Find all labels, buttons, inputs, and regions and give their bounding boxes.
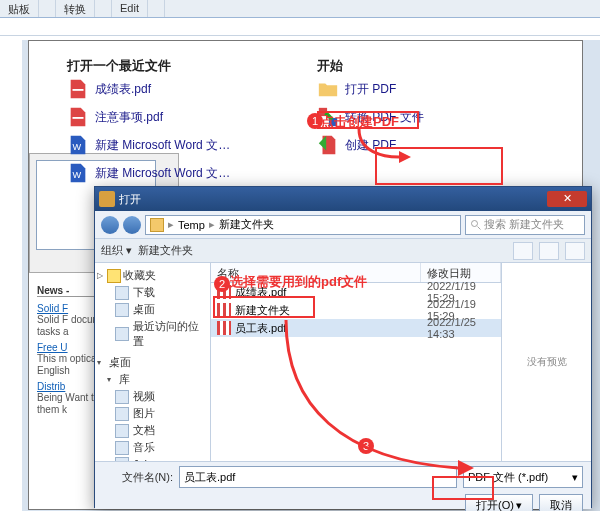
recent-file-item[interactable]: W新建 Microsoft Word 文… xyxy=(67,131,277,159)
annotation-arrow-3 xyxy=(282,316,482,484)
pdf-file-icon xyxy=(217,321,231,335)
folder-icon xyxy=(150,218,164,232)
tab-edit[interactable]: Edit xyxy=(112,0,148,17)
recent-file-item[interactable]: 成绩表.pdf xyxy=(67,75,277,103)
videos-icon xyxy=(115,390,129,404)
organize-button[interactable]: 组织 ▾ xyxy=(101,243,132,258)
sidebar-item-videos[interactable]: 视频 xyxy=(97,388,208,405)
tab-clipboard[interactable]: 贴板 xyxy=(0,0,39,17)
create-pdf-icon xyxy=(317,134,339,156)
pictures-icon xyxy=(115,407,129,421)
search-icon xyxy=(470,219,482,231)
file-name: 员工表.pdf xyxy=(235,321,286,336)
recent-icon xyxy=(115,327,129,341)
annotation-box-2 xyxy=(213,296,315,318)
dialog-title: 打开 xyxy=(119,192,543,207)
svg-point-2 xyxy=(472,220,478,226)
app-icon xyxy=(99,191,115,207)
word-icon: W xyxy=(67,162,89,184)
cancel-button[interactable]: 取消 xyxy=(539,494,583,511)
annotation-badge-1: 1 xyxy=(307,113,323,129)
filename-label: 文件名(N): xyxy=(103,470,173,485)
search-placeholder: 搜索 新建文件夹 xyxy=(484,217,564,232)
sidebar-item-documents[interactable]: 文档 xyxy=(97,422,208,439)
pdf-icon xyxy=(67,106,89,128)
music-icon xyxy=(115,441,129,455)
nav-sidebar: ▷收藏夹 下载 桌面 最近访问的位置 ▾桌面 ▾库 视频 图片 文档 音乐 Ju… xyxy=(95,263,211,461)
star-icon xyxy=(107,269,121,283)
recent-files-header: 打开一个最近文件 xyxy=(67,57,277,75)
nav-back-icon[interactable] xyxy=(101,216,119,234)
pdf-icon xyxy=(67,78,89,100)
recent-file-item[interactable]: W新建 Microsoft Word 文… xyxy=(67,159,277,187)
recent-file-item[interactable]: 注意事项.pdf xyxy=(67,103,277,131)
sidebar-item-pictures[interactable]: 图片 xyxy=(97,405,208,422)
cancel-button-label: 取消 xyxy=(550,498,572,512)
ribbon-body xyxy=(0,18,600,36)
open-pdf-item[interactable]: 打开 PDF xyxy=(317,75,497,103)
folder-icon xyxy=(115,457,129,461)
sidebar-item-music[interactable]: 音乐 xyxy=(97,439,208,456)
sidebar-item-desktop[interactable]: 桌面 xyxy=(97,301,208,318)
folder-open-icon xyxy=(317,78,339,100)
sidebar-group-desktop[interactable]: ▾桌面 xyxy=(97,354,208,371)
annotation-badge-2: 2 xyxy=(214,276,230,292)
svg-text:W: W xyxy=(73,142,82,152)
sidebar-item-downloads[interactable]: 下载 xyxy=(97,284,208,301)
chevron-down-icon: ▾ xyxy=(572,471,578,484)
recent-file-label: 成绩表.pdf xyxy=(95,81,151,98)
filename-value: 员工表.pdf xyxy=(184,470,235,485)
search-input[interactable]: 搜索 新建文件夹 xyxy=(465,215,585,235)
downloads-icon xyxy=(115,286,129,300)
ribbon-tabs: 贴板 转换 Edit xyxy=(0,0,600,18)
tab-convert[interactable]: 转换 xyxy=(56,0,95,17)
documents-icon xyxy=(115,424,129,438)
sidebar-group-favorites[interactable]: ▷收藏夹 xyxy=(97,267,208,284)
annotation-arrow-1 xyxy=(355,127,415,167)
address-bar[interactable]: ▸ Temp▸ 新建文件夹 xyxy=(145,215,461,235)
desktop-icon xyxy=(115,303,129,317)
word-icon: W xyxy=(67,134,89,156)
path-segment[interactable]: Temp xyxy=(178,219,205,231)
no-preview-label: 没有预览 xyxy=(527,355,567,369)
recent-file-label: 注意事项.pdf xyxy=(95,109,163,126)
begin-header: 开始 xyxy=(317,57,497,75)
chevron-down-icon: ▾ xyxy=(516,499,522,512)
view-mode-button[interactable] xyxy=(513,242,533,260)
preview-pane: 没有预览 xyxy=(501,263,591,461)
annotation-box-3 xyxy=(432,476,494,500)
close-icon[interactable]: ✕ xyxy=(547,191,587,207)
recent-file-label: 新建 Microsoft Word 文… xyxy=(95,165,230,182)
nav-forward-icon[interactable] xyxy=(123,216,141,234)
preview-pane-button[interactable] xyxy=(539,242,559,260)
new-folder-button[interactable]: 新建文件夹 xyxy=(138,243,193,258)
begin-item-label: 打开 PDF xyxy=(345,81,396,98)
sidebar-group-libraries[interactable]: ▾库 xyxy=(97,371,208,388)
path-segment[interactable]: 新建文件夹 xyxy=(219,217,274,232)
sidebar-item-july[interactable]: July xyxy=(97,456,208,461)
sidebar-item-recent-places[interactable]: 最近访问的位置 xyxy=(97,318,208,350)
dialog-titlebar[interactable]: 打开 ✕ xyxy=(95,187,591,211)
recent-file-label: 新建 Microsoft Word 文… xyxy=(95,137,230,154)
help-button[interactable] xyxy=(565,242,585,260)
svg-text:W: W xyxy=(73,170,82,180)
annotation-text-2: 选择需要用到的pdf文件 xyxy=(230,273,367,291)
